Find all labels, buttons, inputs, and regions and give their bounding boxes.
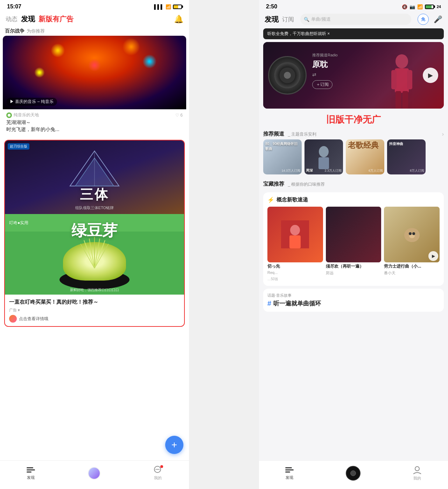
channel-card-2[interactable]: 周深 2.3万人订阅 — [304, 139, 343, 174]
bnav-wode[interactable]: 我的 — [153, 466, 162, 481]
faxian-icon — [27, 466, 35, 474]
svg-point-21 — [319, 146, 329, 157]
santi-subtitle: 组队领取三体ETO铭牌 — [75, 205, 114, 211]
treasure-header: ⚡ 概念新歌速递 — [267, 197, 440, 203]
food-brand: 叮咚●实用 — [9, 220, 28, 226]
fireworks-image: ▶ 喜庆的音乐 – 纯音乐 — [3, 36, 186, 109]
featured-tag: 推荐频道Radio — [312, 53, 423, 58]
svg-point-0 — [8, 114, 10, 117]
vinyl-record — [268, 56, 307, 95]
play-button[interactable]: ▶ — [423, 68, 438, 83]
bnav-avatar-center[interactable] — [88, 467, 100, 480]
svg-point-13 — [157, 469, 158, 470]
svg-point-31 — [412, 232, 415, 235]
svg-line-4 — [84, 240, 94, 268]
ad-caption: 一直在叮咚买菜买！真的好吃！推荐～ — [5, 295, 184, 308]
bnav-record-center[interactable] — [346, 466, 360, 481]
bnav-faxian-right[interactable]: 发现 — [285, 466, 294, 480]
battery-icon — [173, 5, 182, 9]
song-card-3[interactable]: ▶ 劳力士进行曲（小... 番小天 — [384, 207, 440, 282]
card1-author: 纯音乐的天地 ♡ 6 — [6, 112, 183, 118]
sprout-strands — [70, 237, 119, 268]
ch1-label: 80、90经典网络怀旧歌曲 — [263, 139, 302, 153]
svg-rect-25 — [289, 235, 301, 248]
status-icons-right: 🔇 📷 📶 24 — [402, 4, 441, 9]
chevron-right-1[interactable]: › — [442, 131, 444, 137]
rec-tag: 百尔战争 为你推荐 — [0, 27, 189, 36]
time-left: 15:07 — [7, 4, 21, 10]
bottom-nav-left: 发现 我的 — [0, 460, 189, 489]
santi-badge: 超刃综合版 — [8, 143, 29, 150]
svg-rect-19 — [396, 91, 401, 109]
tab-dongtai[interactable]: 动态 — [6, 15, 18, 23]
song2-artist: 郑远 — [326, 270, 382, 276]
song1-artist: Req... — [267, 270, 323, 275]
author-name-1: 纯音乐的天地 — [14, 112, 39, 118]
song2-name: 须尽欢（再听一遍） — [326, 264, 382, 269]
featured-info: 推荐频道Radio 原耽 ⇄ ＋订阅 — [312, 53, 423, 89]
status-bar-right: 2:50 🔇 📷 📶 24 — [259, 0, 448, 12]
ad-box[interactable]: 超刃综合版 三体 组队领取三体ETO铭牌 叮咚●实用 绿豆芽 — [4, 140, 185, 327]
nav-bar-right: 发现 订阅 🔍 单曲/频道 免 🎤 — [259, 12, 448, 27]
tab-faxian[interactable]: 发现 — [21, 14, 35, 24]
tooltip-bar: 听歌全免费，千万歌曲想听就听 × — [263, 28, 444, 39]
song-card-1[interactable]: 切っ先 Req... …50首 — [267, 207, 323, 282]
bnav-wode-right[interactable]: 我的 — [413, 466, 422, 481]
channel-scroll: 80、90经典网络怀旧歌曲 14.3万人订阅 周深 2.3万人订阅 老歌经典 6… — [259, 139, 448, 174]
play-overlay-3[interactable]: ▶ — [428, 251, 438, 261]
ad-author-avatar — [9, 315, 17, 323]
topic-card[interactable]: 话题·音乐故事 # 听一遍就单曲循环 — [263, 289, 444, 312]
bottom-nav-right: 发现 我的 — [259, 460, 448, 489]
section1-subtitle: _ 主题音乐安利 — [288, 132, 316, 137]
channel-card-4[interactable]: 抖音神曲 8万人订阅 — [387, 139, 426, 174]
svg-rect-20 — [402, 91, 408, 109]
food-ad: 叮咚●实用 绿豆芽 — [5, 214, 184, 295]
feed-card-1[interactable]: ▶ 喜庆的音乐 – 纯音乐 纯音乐的天地 ♡ 6 芜湖湖湖～时光飞逝，新年的小兔… — [3, 36, 186, 136]
tab-dingyue[interactable]: 订阅 — [282, 15, 294, 23]
hash-icon: # — [267, 299, 271, 308]
svg-line-8 — [94, 240, 105, 268]
svg-rect-22 — [318, 157, 329, 169]
bnav-label-3: 我的 — [154, 475, 162, 481]
song1-count: …50首 — [267, 277, 323, 282]
ch3-label: 老歌经典 — [346, 139, 384, 151]
center-avatar — [88, 467, 100, 480]
topic-label: 话题·音乐故事 — [267, 293, 440, 298]
song-thumb-1 — [267, 207, 323, 262]
free-badge[interactable]: 免 — [418, 14, 429, 25]
faxian-icon-right — [285, 466, 294, 474]
play-label-1: ▶ 喜庆的音乐 – 纯音乐 — [6, 98, 57, 106]
fab-button[interactable]: + — [165, 436, 183, 454]
channel-card-1[interactable]: 80、90经典网络怀旧歌曲 14.3万人订阅 — [263, 139, 302, 174]
song3-artist: 番小天 — [384, 270, 440, 276]
bell-icon[interactable]: 🔔 — [174, 15, 183, 24]
subscribe-button[interactable]: ＋订阅 — [312, 80, 332, 89]
time-right: 2:50 — [266, 4, 277, 10]
song3-name: 劳力士进行曲（小... — [384, 264, 440, 269]
status-bar-left: 15:07 ▌▌▌ 📶 — [0, 0, 189, 12]
bean-sprout-visual — [52, 240, 136, 289]
search-placeholder: 单曲/频道 — [311, 16, 331, 22]
card1-info: 纯音乐的天地 ♡ 6 芜湖湖湖～时光飞逝，新年的小兔... — [3, 109, 186, 136]
ch1-subs: 14.3万人订阅 — [281, 168, 300, 173]
ch2-subs: 2.3万人订阅 — [324, 168, 342, 173]
feed-left: ▶ 喜庆的音乐 – 纯音乐 纯音乐的天地 ♡ 6 芜湖湖湖～时光飞逝，新年的小兔… — [0, 36, 189, 327]
mic-icon-right[interactable]: 🎤 — [434, 15, 442, 23]
featured-radio-card[interactable]: 推荐频道Radio 原耽 ⇄ ＋订阅 ▶ — [263, 42, 444, 109]
chat-icon — [153, 466, 162, 474]
rec-brand: 百尔战争 — [5, 28, 24, 34]
battery-icon-right — [425, 5, 434, 9]
ad-cta[interactable]: 点击查看详情哦 — [19, 316, 48, 322]
channel-card-3[interactable]: 老歌经典 6万人订阅 — [346, 139, 384, 174]
svg-point-30 — [409, 232, 412, 235]
tooltip-text: 听歌全免费，千万歌曲想听就听 × — [267, 31, 330, 37]
status-icons-left: ▌▌▌ 📶 — [154, 4, 182, 9]
nav-bar-left: 动态 发现 新版有广告 🔔 — [0, 12, 189, 27]
bnav-faxian[interactable]: 发现 — [27, 466, 35, 480]
topic-title: # 听一遍就单曲循环 — [267, 299, 440, 308]
search-bar[interactable]: 🔍 单曲/频道 — [300, 14, 411, 25]
svg-point-14 — [159, 469, 160, 470]
tab-faxian-right[interactable]: 发现 — [265, 15, 279, 24]
song-card-2[interactable]: 须尽欢（再听一遍） 郑远 — [326, 207, 382, 282]
treasure-section: ⚡ 概念新歌速递 切っ先 Req... …50首 — [263, 192, 444, 286]
